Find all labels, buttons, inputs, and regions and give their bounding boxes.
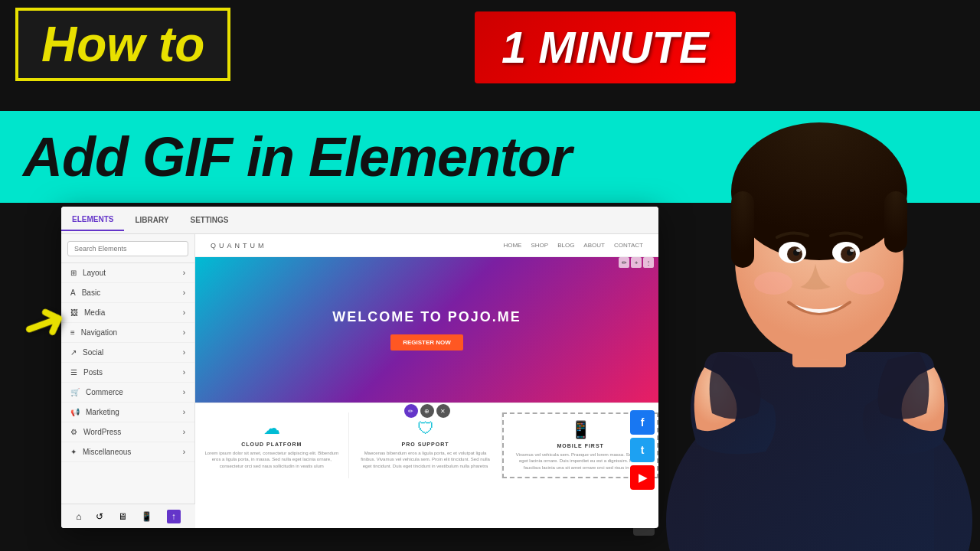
sel-delete[interactable]: ✕ bbox=[436, 404, 450, 418]
edit-toolbar: ✏ + ⋮ bbox=[619, 257, 654, 268]
sidebar-label-wordpress: WordPress bbox=[83, 428, 121, 436]
chevron-layout: › bbox=[183, 269, 185, 277]
youtube-icon[interactable]: ▶ bbox=[630, 465, 655, 490]
feature-mobile-title: MOBILE FIRST bbox=[511, 443, 649, 448]
how-to-box: How to bbox=[15, 8, 230, 81]
sidebar-label-posts: Posts bbox=[83, 368, 103, 377]
svg-rect-6 bbox=[884, 191, 907, 253]
tab-elements[interactable]: ELEMENTS bbox=[61, 209, 124, 231]
mobile-icon[interactable]: 📱 bbox=[141, 511, 152, 522]
chevron-basic: › bbox=[183, 289, 185, 297]
feature-cloud: ☁ CLOUD PLATFORM Lorem ipsum dolor sit a… bbox=[195, 412, 349, 478]
sidebar-label-basic: Basic bbox=[82, 289, 100, 297]
feature-cloud-title: CLOUD PLATFORM bbox=[203, 442, 341, 447]
elementor-canvas: QUANTUM HOME SHOP BLOG ABOUT CONTACT ✏ +… bbox=[195, 234, 658, 528]
feature-toolbar: ✏ ⊕ ✕ bbox=[404, 404, 450, 418]
sidebar-item-marketing[interactable]: 📢 Marketing › bbox=[61, 403, 194, 422]
hero-button[interactable]: REGISTER NOW bbox=[390, 334, 463, 350]
chevron-posts: › bbox=[183, 368, 185, 377]
main-title: Add GIF in Elementor bbox=[23, 126, 571, 188]
site-hero: ✏ + ⋮ WELCOME TO POJO.ME REGISTER NOW bbox=[195, 257, 658, 403]
chevron-social: › bbox=[183, 348, 185, 357]
sidebar-label-misc: Miscellaneous bbox=[83, 448, 131, 456]
nav-about: ABOUT bbox=[583, 242, 605, 249]
nav-shop: SHOP bbox=[531, 242, 548, 249]
nav-blog: BLOG bbox=[557, 242, 574, 249]
sel-duplicate[interactable]: ⊕ bbox=[420, 404, 434, 418]
svg-point-14 bbox=[850, 249, 854, 252]
tab-settings[interactable]: SETTINGS bbox=[180, 210, 240, 230]
publish-button[interactable]: ↑ bbox=[167, 510, 181, 523]
chevron-wordpress: › bbox=[183, 428, 185, 436]
site-logo: QUANTUM bbox=[211, 242, 267, 249]
twitter-icon[interactable]: t bbox=[630, 438, 655, 462]
nav-contact: CONTACT bbox=[614, 242, 643, 249]
sidebar-label-marketing: Marketing bbox=[86, 408, 119, 416]
home-icon[interactable]: ⌂ bbox=[76, 511, 81, 522]
sidebar-item-basic[interactable]: A Basic › bbox=[61, 283, 194, 303]
sidebar-label-navigation: Navigation bbox=[81, 328, 117, 337]
svg-point-4 bbox=[731, 122, 907, 260]
sidebar-label-layout: Layout bbox=[83, 269, 106, 277]
cloud-icon: ☁ bbox=[203, 419, 341, 439]
how-to-label: How to bbox=[41, 17, 204, 72]
elementor-bottombar: ⌂ ↺ 🖥 📱 ↑ bbox=[61, 504, 195, 528]
minute-box: 1 MINUTE bbox=[475, 11, 736, 83]
svg-point-15 bbox=[754, 272, 792, 295]
sidebar-item-commerce[interactable]: 🛒 Commerce › bbox=[61, 383, 194, 403]
chevron-media: › bbox=[183, 308, 185, 317]
edit-btn-2[interactable]: + bbox=[631, 257, 642, 268]
shield-icon: 🛡 bbox=[357, 419, 495, 439]
social-icons: f t ▶ bbox=[630, 410, 655, 490]
gear-icon-2: ✦ bbox=[633, 514, 655, 536]
facebook-icon[interactable]: f bbox=[630, 410, 655, 435]
sidebar-item-posts[interactable]: ☰ Posts › bbox=[61, 363, 194, 383]
sidebar-item-navigation[interactable]: ≡ Navigation › bbox=[61, 323, 194, 343]
minute-label: 1 MINUTE bbox=[501, 22, 709, 72]
gear-icon-1: ⚙ bbox=[633, 490, 655, 511]
svg-point-13 bbox=[796, 249, 801, 252]
svg-point-16 bbox=[846, 272, 884, 295]
edit-btn-1[interactable]: ✏ bbox=[619, 257, 629, 268]
undo-icon[interactable]: ↺ bbox=[96, 511, 103, 522]
sidebar-label-commerce: Commerce bbox=[86, 388, 123, 396]
sel-edit[interactable]: ✏ bbox=[404, 404, 418, 418]
mobile-icon: 📱 bbox=[511, 420, 649, 440]
chevron-navigation: › bbox=[183, 328, 185, 337]
sidebar-label-media: Media bbox=[84, 308, 105, 317]
feature-support-desc: Maecenas bibendum eros a ligula porta, e… bbox=[357, 450, 495, 469]
elementor-topbar: ELEMENTS LIBRARY SETTINGS bbox=[61, 207, 658, 234]
sidebar-item-social[interactable]: ↗ Social › bbox=[61, 343, 194, 363]
nav-home: HOME bbox=[503, 242, 521, 249]
feature-mobile-desc: Vivamus vel vehicula sem. Praeque vel lo… bbox=[511, 452, 649, 471]
sidebar-item-misc[interactable]: ✦ Miscellaneous › bbox=[61, 442, 194, 462]
sidebar-item-layout[interactable]: ⊞ Layout › bbox=[61, 263, 194, 283]
search-bar bbox=[61, 234, 194, 263]
sidebar-item-media[interactable]: 🖼 Media › bbox=[61, 303, 194, 323]
chevron-misc: › bbox=[183, 448, 185, 456]
search-input[interactable] bbox=[67, 241, 188, 256]
desktop-icon[interactable]: 🖥 bbox=[118, 511, 127, 522]
tab-library[interactable]: LIBRARY bbox=[124, 210, 179, 230]
corner-icons: ⚙ ✦ bbox=[633, 490, 655, 536]
feature-support: 🛡 PRO SUPPORT Maecenas bibendum eros a l… bbox=[349, 412, 503, 478]
edit-btn-3[interactable]: ⋮ bbox=[643, 257, 654, 268]
feature-cloud-desc: Lorem ipsum dolor sit amet, consectetur … bbox=[203, 450, 341, 469]
chevron-marketing: › bbox=[183, 408, 185, 416]
sidebar-item-wordpress[interactable]: ⚙ WordPress › bbox=[61, 422, 194, 442]
site-nav: QUANTUM HOME SHOP BLOG ABOUT CONTACT bbox=[195, 234, 658, 257]
elementor-sidebar: ⊞ Layout › A Basic › 🖼 Media › ≡ Navigat… bbox=[61, 234, 195, 528]
svg-rect-5 bbox=[731, 191, 754, 268]
hero-text: WELCOME TO POJO.ME bbox=[332, 309, 521, 325]
elementor-screenshot: ELEMENTS LIBRARY SETTINGS ⊞ Layout › A B… bbox=[61, 207, 658, 528]
sidebar-label-social: Social bbox=[83, 348, 103, 357]
chevron-commerce: › bbox=[183, 388, 185, 396]
site-nav-links: HOME SHOP BLOG ABOUT CONTACT bbox=[503, 242, 643, 249]
feature-support-title: PRO SUPPORT bbox=[357, 442, 495, 447]
